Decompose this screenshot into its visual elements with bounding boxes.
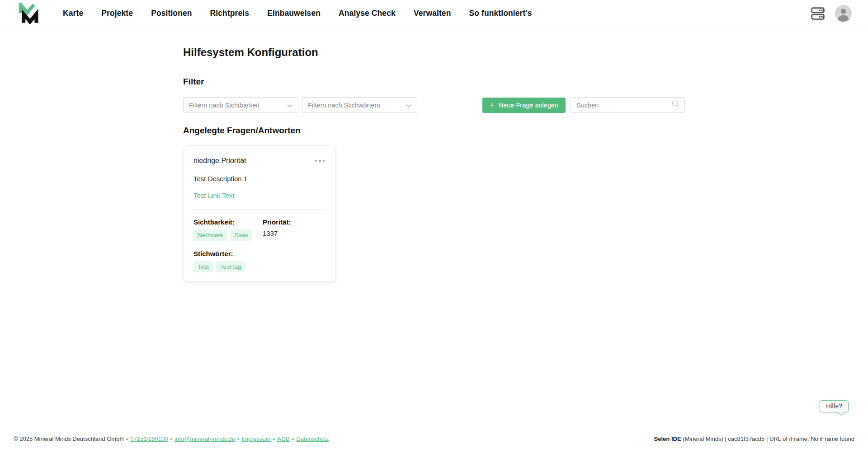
footer-status-text: Selen IDE (Mineral Minds) | cac81f37acd5… [654,435,854,442]
keywords-filter-placeholder: Filtern nach Stichwörtern [308,102,406,109]
footer-separator: • [237,435,240,442]
search-field [571,97,685,113]
user-avatar-icon[interactable] [835,5,852,22]
questions-heading: Angelegte Fragen/Antworten [183,126,685,136]
card-description: Test Description 1 [193,175,326,182]
footer-phone-link[interactable]: 07151/250100 [130,435,168,442]
visibility-filter-placeholder: Filtern nach Sichtbarkeit [189,102,287,109]
footer: © 2025 Mineral Minds Deutschland GmbH • … [0,428,868,449]
nav-item-so-funktionierts[interactable]: So funktioniert's [469,9,532,18]
footer-separator: • [273,435,275,442]
card-link[interactable]: Test Link Text [193,192,235,199]
more-options-icon[interactable] [314,158,326,164]
server-icon[interactable] [811,6,825,21]
new-question-button[interactable]: + Neue Frage anlegen [482,98,566,113]
nav-item-projekte[interactable]: Projekte [101,9,133,18]
nav-item-richtpreis[interactable]: Richtpreis [210,9,250,18]
nav-item-analyse-check[interactable]: Analyse Check [339,9,396,18]
chevron-down-icon [406,101,411,109]
search-input[interactable] [576,102,671,109]
card-title: niedrige Priorität [193,157,246,165]
keyword-tag: TestTag [216,261,245,273]
priority-label: Priorität: [263,218,326,226]
visibility-tag: Saas [230,229,252,241]
card-divider [193,210,326,210]
search-icon [671,100,680,110]
footer-separator: • [292,435,294,442]
plus-icon: + [490,101,495,109]
footer-app-name: Selen IDE [654,435,681,442]
footer-separator: • [170,435,172,442]
footer-datenschutz-link[interactable]: Datenschutz [296,435,329,442]
copyright-text: © 2025 Mineral Minds Deutschland GmbH [14,435,124,442]
visibility-label: Sichtbarkeit: [193,218,263,226]
nav-item-positionen[interactable]: Positionen [151,9,192,18]
logo-icon[interactable] [16,3,41,24]
main-nav: Karte Projekte Positionen Richtpreis Ein… [63,9,532,18]
footer-separator: • [126,435,128,442]
footer-agb-link[interactable]: AGB [277,435,289,442]
nav-item-karte[interactable]: Karte [63,9,83,18]
footer-email-link[interactable]: info@mineral-minds.de [175,435,235,442]
footer-impressum-link[interactable]: Impressum [241,435,270,442]
visibility-filter-select[interactable]: Filtern nach Sichtbarkeit [183,97,298,113]
help-button[interactable]: Hilfe? [820,400,849,412]
page-title: Hilfesystem Konfiguration [183,46,685,59]
filter-heading: Filter [183,77,685,87]
top-nav-bar: Karte Projekte Positionen Richtpreis Ein… [0,0,868,27]
chevron-down-icon [287,101,292,109]
keyword-tag: Test [193,261,213,273]
filter-controls-row: Filtern nach Sichtbarkeit Filtern nach S… [183,97,685,113]
new-question-button-label: Neue Frage anlegen [499,102,558,109]
keywords-label: Stichwörter: [193,250,326,257]
question-card: niedrige Priorität Test Description 1 Te… [183,145,336,282]
visibility-tag: Netzwerk [193,229,227,241]
main-content: Hilfesystem Konfiguration Filter Filtern… [183,46,685,282]
priority-value: 1337 [263,229,326,237]
keywords-filter-select[interactable]: Filtern nach Stichwörtern [302,97,417,113]
nav-item-verwalten[interactable]: Verwalten [414,9,451,18]
footer-status-detail: (Mineral Minds) | cac81f37acd5 | URL of … [681,435,854,442]
nav-item-einbauweisen[interactable]: Einbauweisen [267,9,321,18]
help-button-label: Hilfe? [826,402,842,410]
